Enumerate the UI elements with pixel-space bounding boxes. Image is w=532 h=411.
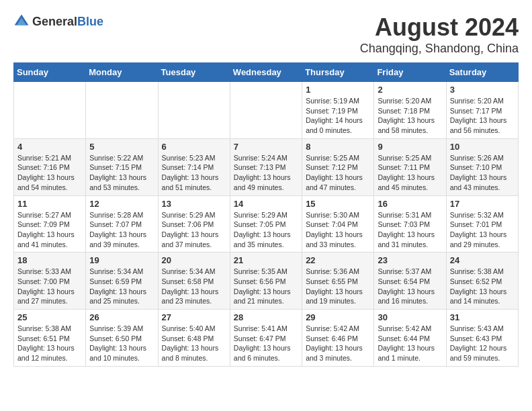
calendar-table: SundayMondayTuesdayWednesdayThursdayFrid… (13, 62, 519, 367)
cell-day-number: 12 (89, 199, 154, 209)
calendar-header-row: SundayMondayTuesdayWednesdayThursdayFrid… (14, 63, 519, 82)
cell-content-line: Sunrise: 5:36 AM (306, 267, 370, 277)
cell-day-number: 2 (378, 85, 442, 95)
cell-content-line: Sunset: 6:48 PM (162, 334, 226, 344)
cell-day-number: 24 (450, 255, 515, 265)
cell-content-line: Daylight: 13 hours (450, 230, 515, 240)
cell-content-line: Sunset: 7:18 PM (378, 106, 442, 116)
calendar-cell: 10Sunrise: 5:26 AMSunset: 7:10 PMDayligh… (446, 138, 518, 195)
cell-content-line: Sunrise: 5:25 AM (378, 153, 442, 163)
cell-day-number: 27 (162, 312, 226, 322)
cell-content-line: Daylight: 13 hours (17, 173, 82, 183)
cell-day-number: 31 (450, 312, 515, 322)
calendar-cell: 5Sunrise: 5:22 AMSunset: 7:15 PMDaylight… (86, 138, 158, 195)
logo-text: GeneralBlue (32, 15, 103, 29)
calendar-cell: 13Sunrise: 5:29 AMSunset: 7:06 PMDayligh… (158, 195, 230, 253)
cell-content-line: Sunset: 6:51 PM (17, 334, 82, 344)
cell-content-line: Daylight: 13 hours (89, 230, 154, 240)
calendar-cell: 22Sunrise: 5:36 AMSunset: 6:55 PMDayligh… (302, 253, 374, 310)
logo: GeneralBlue (13, 13, 103, 30)
cell-content-line: Sunrise: 5:35 AM (234, 267, 298, 277)
cell-content-line: Daylight: 13 hours (162, 343, 226, 353)
cell-content-line: Sunset: 7:03 PM (378, 220, 442, 230)
calendar-cell: 26Sunrise: 5:39 AMSunset: 6:50 PMDayligh… (86, 310, 158, 367)
cell-content-line: Sunrise: 5:21 AM (17, 153, 82, 163)
cell-day-number: 1 (306, 85, 370, 95)
cell-content-line: Sunset: 7:01 PM (450, 220, 515, 230)
cell-content-line: Sunrise: 5:33 AM (17, 267, 82, 277)
cell-day-number: 17 (450, 199, 515, 209)
cell-content-line: Sunrise: 5:26 AM (450, 153, 515, 163)
cell-day-number: 14 (234, 199, 298, 209)
calendar-cell: 16Sunrise: 5:31 AMSunset: 7:03 PMDayligh… (374, 195, 446, 253)
cell-content-line: Sunset: 6:46 PM (306, 334, 370, 344)
cell-content-line: Daylight: 13 hours (378, 116, 442, 126)
cell-content-line: Sunset: 7:15 PM (89, 163, 154, 173)
cell-content-line: Sunset: 6:58 PM (162, 277, 226, 287)
calendar-week-row: 1Sunrise: 5:19 AMSunset: 7:19 PMDaylight… (14, 82, 519, 139)
cell-content-line: and 39 minutes. (89, 240, 154, 250)
calendar-cell: 4Sunrise: 5:21 AMSunset: 7:16 PMDaylight… (14, 138, 86, 195)
cell-content-line: and 33 minutes. (306, 240, 370, 250)
cell-content-line: Sunset: 6:55 PM (306, 277, 370, 287)
cell-content-line: Daylight: 13 hours (234, 173, 298, 183)
cell-content-line: Sunset: 7:07 PM (89, 220, 154, 230)
day-header-tuesday: Tuesday (158, 63, 230, 82)
cell-content-line: and 3 minutes. (306, 353, 370, 363)
cell-content-line: Daylight: 13 hours (162, 287, 226, 297)
calendar-cell: 30Sunrise: 5:42 AMSunset: 6:44 PMDayligh… (374, 310, 446, 367)
cell-content-line: Sunrise: 5:31 AM (378, 210, 442, 220)
cell-content-line: Daylight: 12 hours (450, 343, 515, 353)
calendar-cell: 21Sunrise: 5:35 AMSunset: 6:56 PMDayligh… (230, 253, 302, 310)
cell-content-line: Sunset: 7:17 PM (450, 106, 515, 116)
day-header-thursday: Thursday (302, 63, 374, 82)
cell-content-line: and 49 minutes. (234, 183, 298, 193)
cell-content-line: Sunset: 7:10 PM (450, 163, 515, 173)
cell-day-number: 26 (89, 312, 154, 322)
logo-general: General (32, 15, 77, 28)
cell-content-line: Sunrise: 5:28 AM (89, 210, 154, 220)
cell-content-line: Daylight: 13 hours (306, 173, 370, 183)
cell-content-line: and 10 minutes. (89, 353, 154, 363)
cell-content-line: Daylight: 13 hours (234, 287, 298, 297)
cell-content-line: Daylight: 13 hours (450, 287, 515, 297)
cell-content-line: and 58 minutes. (378, 126, 442, 136)
cell-content-line: Sunrise: 5:20 AM (378, 96, 442, 106)
calendar-cell: 7Sunrise: 5:24 AMSunset: 7:13 PMDaylight… (230, 138, 302, 195)
cell-day-number: 22 (306, 255, 370, 265)
calendar-cell: 3Sunrise: 5:20 AMSunset: 7:17 PMDaylight… (446, 82, 518, 139)
calendar-cell: 18Sunrise: 5:33 AMSunset: 7:00 PMDayligh… (14, 253, 86, 310)
cell-content-line: and 25 minutes. (89, 296, 154, 306)
calendar-cell (86, 82, 158, 139)
cell-content-line: and 56 minutes. (450, 126, 515, 136)
cell-content-line: and 45 minutes. (378, 183, 442, 193)
cell-content-line: Daylight: 13 hours (162, 230, 226, 240)
cell-content-line: Sunset: 7:06 PM (162, 220, 226, 230)
cell-day-number: 7 (234, 142, 298, 152)
cell-content-line: Sunset: 6:44 PM (378, 334, 442, 344)
calendar-cell (158, 82, 230, 139)
calendar-cell: 2Sunrise: 5:20 AMSunset: 7:18 PMDaylight… (374, 82, 446, 139)
cell-day-number: 19 (89, 255, 154, 265)
cell-content-line: and 12 minutes. (17, 353, 82, 363)
cell-content-line: Sunrise: 5:38 AM (17, 324, 82, 334)
cell-content-line: Sunset: 7:12 PM (306, 163, 370, 173)
calendar-cell: 12Sunrise: 5:28 AMSunset: 7:07 PMDayligh… (86, 195, 158, 253)
cell-content-line: Daylight: 13 hours (450, 116, 515, 126)
cell-content-line: and 27 minutes. (17, 296, 82, 306)
main-title: August 2024 (360, 13, 519, 42)
cell-content-line: Daylight: 13 hours (306, 287, 370, 297)
cell-content-line: and 8 minutes. (162, 353, 226, 363)
calendar-cell: 9Sunrise: 5:25 AMSunset: 7:11 PMDaylight… (374, 138, 446, 195)
cell-content-line: Sunrise: 5:41 AM (234, 324, 298, 334)
cell-day-number: 23 (378, 255, 442, 265)
cell-content-line: Sunrise: 5:24 AM (234, 153, 298, 163)
cell-day-number: 10 (450, 142, 515, 152)
cell-day-number: 16 (378, 199, 442, 209)
cell-content-line: Daylight: 13 hours (89, 343, 154, 353)
cell-content-line: Sunset: 7:16 PM (17, 163, 82, 173)
cell-day-number: 28 (234, 312, 298, 322)
cell-content-line: and 14 minutes. (450, 296, 515, 306)
cell-day-number: 8 (306, 142, 370, 152)
cell-content-line: and 35 minutes. (234, 240, 298, 250)
